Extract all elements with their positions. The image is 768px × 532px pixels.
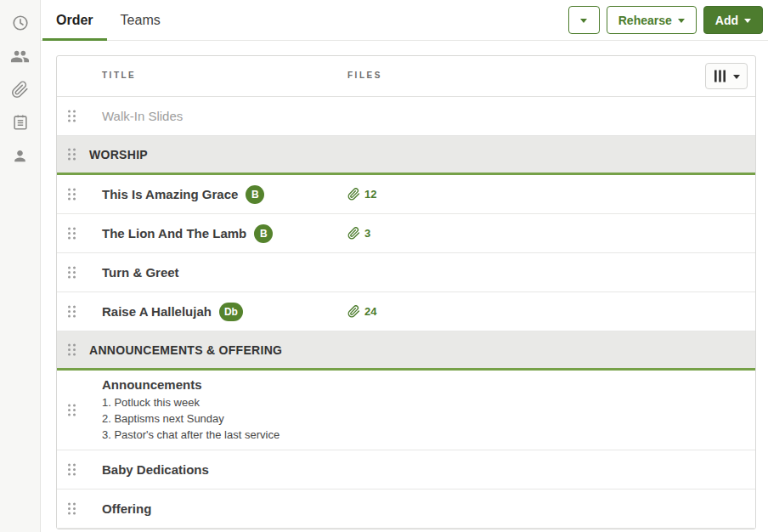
- song-row[interactable]: Raise A HallelujahDb24: [57, 292, 755, 331]
- tab-bar: Order Teams Rehearse Add: [41, 0, 768, 41]
- attachment-icon: [347, 227, 360, 240]
- title-cell: The Lion And The LambB: [102, 218, 347, 250]
- item-note: 2. Baptisms next Sunday: [102, 410, 342, 427]
- column-header-files: FILES: [347, 71, 382, 80]
- files-cell[interactable]: 3: [347, 227, 370, 240]
- item-title: Turn & Greet: [102, 265, 179, 280]
- key-badge[interactable]: Db: [219, 303, 243, 321]
- files-count: 3: [364, 227, 370, 240]
- title-cell: Announcements1. Potluck this week2. Bapt…: [102, 371, 347, 450]
- chevron-down-icon: [678, 19, 685, 23]
- topbar-actions: Rehearse Add: [568, 0, 768, 40]
- drag-handle-icon[interactable]: [57, 188, 102, 201]
- title-cell: Raise A HallelujahDb: [102, 296, 347, 328]
- item-note: 3. Pastor's chat after the last service: [102, 427, 342, 443]
- chevron-down-icon: [744, 19, 751, 23]
- title-cell: This Is Amazing GraceB: [102, 178, 347, 211]
- title-cell: Walk-In Slides: [102, 102, 347, 130]
- item-title: Walk-In Slides: [102, 109, 183, 123]
- drag-handle-icon[interactable]: [57, 463, 102, 476]
- files-cell[interactable]: 24: [347, 305, 376, 318]
- sidebar: [0, 0, 41, 532]
- main-content: Order Teams Rehearse Add TITLE FILES: [41, 0, 768, 532]
- order-table-header: TITLE FILES: [57, 56, 755, 97]
- item-row[interactable]: Offering: [57, 490, 755, 529]
- chevron-down-icon: [580, 19, 587, 23]
- section-title: WORSHIP: [89, 148, 148, 161]
- chevron-down-icon: [733, 75, 740, 79]
- item-title: Announcements: [102, 377, 202, 392]
- section-title: ANNOUNCEMENTS & OFFERING: [89, 343, 282, 357]
- drag-handle-icon[interactable]: [57, 148, 89, 161]
- drag-handle-icon[interactable]: [57, 110, 102, 122]
- attachment-icon: [347, 305, 360, 318]
- clipboard-icon[interactable]: [9, 112, 31, 133]
- people-icon[interactable]: [9, 46, 31, 66]
- item-title: The Lion And The Lamb: [102, 226, 246, 241]
- item-title: Raise A Hallelujah: [102, 304, 212, 319]
- files-count: 12: [364, 188, 376, 201]
- app: Order Teams Rehearse Add TITLE FILES: [0, 0, 768, 532]
- key-badge[interactable]: B: [246, 185, 264, 204]
- paperclip-icon[interactable]: [9, 79, 31, 99]
- order-list: Walk-In SlidesWORSHIPThis Is Amazing Gra…: [57, 97, 755, 529]
- add-button[interactable]: Add: [703, 6, 763, 34]
- title-cell: Turn & Greet: [102, 258, 347, 286]
- song-row[interactable]: This Is Amazing GraceB12: [57, 175, 755, 214]
- key-badge[interactable]: B: [254, 224, 273, 243]
- song-row[interactable]: The Lion And The LambB3: [57, 214, 755, 253]
- tab-order[interactable]: Order: [42, 0, 107, 40]
- drag-handle-icon[interactable]: [57, 227, 102, 240]
- drag-handle-icon[interactable]: [57, 404, 102, 416]
- item-title: Offering: [102, 501, 151, 516]
- dropdown-button[interactable]: [568, 6, 600, 34]
- section-header-row[interactable]: ANNOUNCEMENTS & OFFERING: [57, 331, 755, 371]
- drag-handle-icon[interactable]: [57, 343, 89, 356]
- clock-icon[interactable]: [9, 13, 31, 33]
- columns-icon: [714, 70, 727, 82]
- drag-handle-icon[interactable]: [57, 305, 102, 318]
- rehearse-button-label: Rehearse: [618, 14, 672, 27]
- files-cell[interactable]: 12: [347, 188, 376, 201]
- item-title: Baby Dedications: [102, 462, 209, 477]
- columns-button[interactable]: [705, 63, 748, 89]
- order-table: TITLE FILES Walk-In SlidesWORSHIPThis Is…: [56, 55, 756, 529]
- rehearse-button[interactable]: Rehearse: [607, 6, 697, 34]
- item-note: 1. Potluck this week: [102, 394, 342, 410]
- files-count: 24: [364, 305, 376, 318]
- add-button-label: Add: [715, 14, 738, 27]
- drag-handle-icon[interactable]: [57, 502, 102, 515]
- item-title: This Is Amazing Grace: [102, 187, 238, 201]
- title-cell: Baby Dedications: [102, 456, 347, 484]
- item-row[interactable]: Walk-In Slides: [57, 97, 755, 136]
- item-row[interactable]: Baby Dedications: [57, 450, 755, 490]
- section-header-row[interactable]: WORSHIP: [57, 136, 755, 175]
- column-header-title: TITLE: [102, 71, 136, 80]
- title-cell: Offering: [102, 495, 347, 523]
- tab-teams[interactable]: Teams: [107, 0, 174, 40]
- drag-handle-icon[interactable]: [57, 266, 102, 279]
- item-row[interactable]: Announcements1. Potluck this week2. Bapt…: [57, 371, 755, 450]
- attachment-icon: [347, 188, 360, 201]
- person-icon[interactable]: [9, 145, 31, 166]
- item-row[interactable]: Turn & Greet: [57, 253, 755, 292]
